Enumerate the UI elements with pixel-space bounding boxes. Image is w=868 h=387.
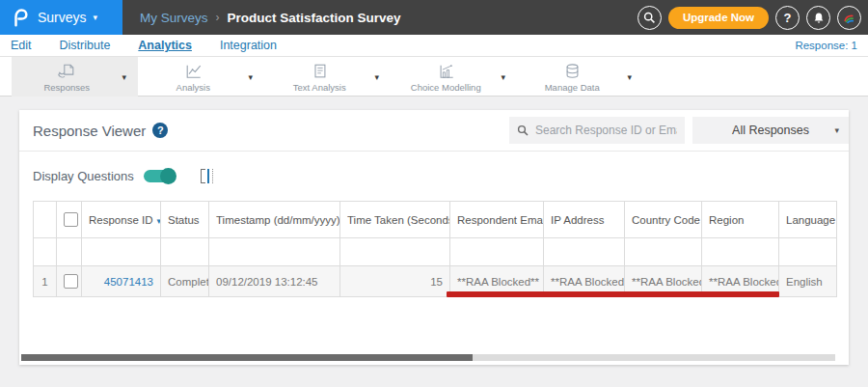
toolbar-analysis-label: Analysis — [176, 82, 210, 93]
response-search[interactable] — [509, 117, 685, 144]
toolbar-responses-label: Responses — [43, 82, 90, 93]
filter-cell[interactable] — [702, 238, 779, 266]
status-cell: Completed — [161, 266, 209, 297]
response-filter-dropdown[interactable]: All Responses ▾ — [692, 117, 849, 144]
text-analysis-icon — [310, 63, 330, 80]
filter-cell[interactable] — [450, 238, 544, 266]
toolbar-manage-data-label: Manage Data — [545, 82, 600, 93]
product-menu[interactable]: Surveys ▾ — [0, 0, 122, 35]
header-row: Response ID▾ Status Timestamp (dd/mm/yyy… — [34, 202, 837, 238]
table-controls: Display Questions — [33, 168, 213, 183]
product-menu-label: Surveys — [38, 10, 87, 25]
breadcrumb-current: Product Satisfaction Survey — [228, 11, 401, 25]
search-icon — [517, 124, 529, 137]
col-ip-address[interactable]: IP Address — [544, 202, 625, 238]
account-avatar[interactable] — [837, 6, 861, 30]
response-filter-value: All Responses — [732, 124, 809, 137]
filter-cell[interactable] — [82, 238, 161, 266]
col-select-all — [57, 202, 82, 238]
manage-data-icon — [562, 63, 583, 80]
page-title: Response Viewer — [33, 123, 146, 139]
breadcrumb: My Surveys › Product Satisfaction Survey — [140, 0, 401, 35]
top-bar: Surveys ▾ My Surveys › Product Satisfact… — [0, 0, 868, 35]
select-all-checkbox[interactable] — [64, 212, 78, 227]
row-select-cell — [57, 266, 82, 297]
filter-cell[interactable] — [209, 238, 340, 266]
questionpro-logo-icon — [13, 8, 29, 27]
col-timestamp[interactable]: Timestamp (dd/mm/yyyy)⇅ — [209, 202, 340, 238]
col-row-number — [34, 202, 57, 238]
display-questions-toggle[interactable] — [144, 170, 176, 182]
sort-desc-icon: ▾ — [156, 216, 160, 226]
breadcrumb-separator: › — [216, 11, 220, 24]
filter-cell[interactable] — [544, 238, 625, 266]
upgrade-now-button[interactable]: Upgrade Now — [668, 7, 769, 29]
col-status[interactable]: Status — [161, 202, 209, 238]
account-logo-icon — [842, 11, 856, 25]
panel-header: Response Viewer ? All Responses ▾ — [19, 110, 849, 152]
chevron-down-icon[interactable]: ▾ — [374, 72, 391, 82]
horizontal-scrollbar-track[interactable] — [21, 354, 835, 361]
col-country-code[interactable]: Country Code — [625, 202, 702, 238]
row-checkbox[interactable] — [64, 274, 78, 289]
annotation-red-underline — [447, 291, 779, 297]
search-button[interactable] — [637, 6, 662, 30]
response-count: Response: 1 — [795, 40, 857, 51]
nav-integration[interactable]: Integration — [220, 37, 277, 54]
choice-modelling-icon — [436, 63, 456, 80]
freeze-columns-icon[interactable] — [201, 168, 213, 183]
col-time-taken[interactable]: Time Taken (Seconds)⇅ — [340, 202, 450, 238]
filter-cell[interactable] — [340, 238, 450, 266]
col-response-id[interactable]: Response ID▾ — [82, 202, 161, 238]
analytics-toolbar: Responses ▾ Analysis ▾ Text Analysis ▾ — [0, 57, 868, 97]
toolbar-choice-modelling-label: Choice Modelling — [411, 82, 481, 93]
toolbar-choice-modelling[interactable]: Choice Modelling ▾ — [391, 57, 517, 97]
notifications-button[interactable] — [806, 6, 830, 30]
bell-icon — [813, 12, 825, 24]
toolbar-responses[interactable]: Responses ▾ — [12, 57, 138, 97]
col-respondent-email[interactable]: Respondent Email — [450, 202, 544, 238]
chevron-down-icon[interactable]: ▾ — [248, 72, 264, 82]
search-input[interactable] — [535, 124, 677, 137]
language-cell: English — [779, 266, 837, 297]
toolbar-analysis[interactable]: Analysis ▾ — [138, 57, 264, 97]
nav-edit[interactable]: Edit — [11, 37, 32, 54]
responses-table: Response ID▾ Status Timestamp (dd/mm/yyy… — [33, 201, 837, 297]
horizontal-scrollbar-thumb[interactable] — [21, 354, 473, 361]
chevron-down-icon[interactable]: ▾ — [501, 72, 517, 82]
toolbar-manage-data[interactable]: Manage Data ▾ — [517, 57, 643, 97]
analysis-icon — [183, 63, 203, 80]
toolbar-text-analysis[interactable]: Text Analysis ▾ — [264, 57, 391, 97]
toolbar-text-analysis-label: Text Analysis — [293, 82, 346, 93]
responses-icon — [57, 63, 77, 80]
survey-nav: Edit Distribute Analytics Integration Re… — [0, 35, 868, 57]
filter-row — [34, 238, 837, 266]
filter-cell[interactable] — [779, 238, 837, 266]
help-icon[interactable]: ? — [152, 123, 168, 138]
breadcrumb-parent[interactable]: My Surveys — [140, 11, 208, 25]
chevron-down-icon: ▾ — [834, 125, 839, 135]
nav-analytics[interactable]: Analytics — [138, 37, 192, 54]
chevron-down-icon: ▾ — [94, 13, 98, 22]
chevron-down-icon[interactable]: ▾ — [627, 72, 643, 82]
time-taken-cell: 15 — [340, 266, 450, 297]
filter-cell — [57, 238, 82, 266]
row-number: 1 — [34, 266, 57, 297]
toggle-knob — [160, 168, 176, 184]
response-viewer-panel: Response Viewer ? All Responses ▾ Displa… — [19, 110, 849, 365]
col-language[interactable]: Language — [779, 202, 837, 238]
chevron-down-icon[interactable]: ▾ — [122, 72, 138, 82]
timestamp-cell: 09/12/2019 13:12:45 — [209, 266, 340, 297]
filter-cell[interactable] — [625, 238, 702, 266]
filter-cell — [34, 238, 57, 266]
col-region[interactable]: Region — [702, 202, 779, 238]
display-questions-label: Display Questions — [33, 169, 134, 183]
help-button[interactable]: ? — [775, 6, 800, 30]
nav-distribute[interactable]: Distribute — [60, 37, 111, 54]
search-icon — [643, 12, 656, 24]
response-id-cell[interactable]: 45071413 — [82, 266, 161, 297]
filter-cell[interactable] — [161, 238, 209, 266]
